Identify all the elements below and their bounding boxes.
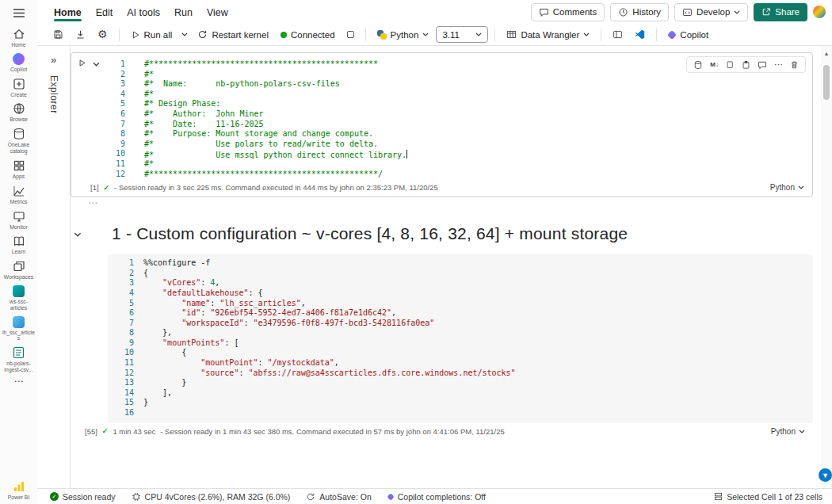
develop-button[interactable]: Develop (674, 3, 748, 21)
code-line[interactable]: 6#* Author: John Miner (71, 109, 812, 120)
code-text: "defaultLakehouse": { (143, 288, 813, 299)
sidebar-item-learn[interactable]: Learn (1, 235, 37, 255)
tab-view[interactable]: View (200, 2, 235, 22)
vertical-scrollbar[interactable]: ▲ ▼ (821, 46, 832, 488)
code-line[interactable]: 3 "vCores": 4, (108, 278, 813, 288)
sidebar-item-workspaces[interactable]: Workspaces (1, 260, 37, 281)
copilot-button[interactable]: Copilot (663, 26, 713, 44)
code-cell-2[interactable]: 1%%configure -f2{3 "vCores": 4,4 "defaul… (108, 254, 813, 423)
cell-2-editor[interactable]: 1%%configure -f2{3 "vCores": 4,4 "defaul… (108, 258, 813, 418)
convert-to-markdown-button[interactable]: M↓ (708, 60, 721, 69)
comments-button[interactable]: Comments (531, 3, 605, 21)
sidebar-item-metrics[interactable]: Metrics (1, 185, 37, 205)
code-line[interactable]: 3#* Name: nb-python-polars-csv-files (71, 79, 812, 90)
sidebar-item-ws-ssc-articles[interactable]: ws-ssc-articles (1, 285, 37, 311)
run-cell-button[interactable] (78, 59, 86, 69)
code-line[interactable]: 11 "mountPoint": "/mystockdata", (108, 358, 813, 368)
history-button[interactable]: History (610, 3, 669, 21)
collapse-cell-button[interactable] (93, 59, 100, 68)
restart-kernel-button[interactable]: Restart kernel (193, 26, 273, 44)
cell-language-picker[interactable]: Python (771, 427, 805, 436)
sidebar-item-create[interactable]: Create (1, 78, 37, 98)
between-cells-more-button[interactable]: ⋯ (71, 197, 813, 207)
connected-label: Connected (291, 30, 335, 40)
code-line[interactable]: 4#* (71, 90, 812, 100)
line-number: 14 (108, 388, 143, 399)
code-line[interactable]: 15} (108, 398, 813, 408)
code-line[interactable]: 9#* Use polars to read/write to delta. (71, 139, 812, 150)
collapse-section-button[interactable] (74, 229, 82, 239)
paste-cell-button[interactable] (739, 59, 753, 71)
code-text: #* Use mssql python direct connect libra… (144, 149, 812, 159)
run-all-dropdown[interactable] (179, 26, 190, 44)
cancel-all-button[interactable] (347, 31, 354, 38)
code-line[interactable]: 5#* Design Phase: (71, 99, 812, 109)
chevron-down-icon (583, 32, 590, 36)
code-line[interactable]: 12#*************************************… (71, 170, 812, 180)
autosave-status[interactable]: AutoSave: On (306, 492, 371, 502)
code-line[interactable]: 5 "name": "lh_ssc_articles", (108, 299, 813, 309)
more-cell-options-button[interactable]: ⋯ (772, 59, 785, 71)
line-number: 9 (71, 139, 144, 150)
code-line[interactable]: 9 "mountPoints": [ (108, 338, 813, 349)
layout-panel-button[interactable] (608, 26, 628, 44)
code-line[interactable]: 1%%configure -f (108, 258, 813, 269)
tab-run[interactable]: Run (167, 2, 200, 22)
code-line[interactable]: 8#* Purpose: Mount storage and change co… (71, 129, 812, 139)
hamburger-menu-button[interactable] (10, 5, 28, 23)
code-line[interactable]: 10#* Use mssql python direct connect lib… (71, 149, 812, 159)
code-line[interactable]: 11#* (71, 159, 812, 170)
copilot-completions-status[interactable]: Copilot completions: Off (387, 492, 486, 502)
python-version-select[interactable]: 3.11 (436, 26, 488, 43)
tab-ai-tools[interactable]: AI tools (120, 2, 167, 22)
code-line[interactable]: 6 "id": "926ebf54-5952-4ed7-a406-f81a7e1… (108, 308, 813, 319)
run-by-line-button[interactable] (691, 59, 705, 71)
markdown-cell-heading-row[interactable]: 1 - Custom configuration ~ v-cores [4, 8… (71, 224, 813, 243)
code-line[interactable]: 4 "defaultLakehouse": { (108, 288, 813, 299)
resource-usage[interactable]: CPU 4vCores (2.6%), RAM 32G (6.0%) (132, 492, 291, 502)
code-line[interactable]: 10 { (108, 348, 813, 358)
explorer-panel-collapsed: » Explorer (37, 46, 71, 488)
explorer-expand-button[interactable]: » (51, 54, 56, 66)
tab-edit[interactable]: Edit (89, 2, 120, 22)
tab-home[interactable]: Home (47, 2, 89, 22)
code-line[interactable]: 7#* Date: 11-16-2025 (71, 120, 812, 130)
code-line[interactable]: 2{ (108, 269, 813, 279)
cell-1-editor[interactable]: 1#**************************************… (71, 59, 812, 179)
code-line[interactable]: 16 (108, 408, 813, 418)
code-cell-1[interactable]: M↓ ⋯ (71, 52, 813, 197)
sidebar-item-browse[interactable]: Browse (1, 102, 37, 123)
sidebar-item-home[interactable]: Home (1, 28, 37, 48)
sidebar-item-monitor[interactable]: Monitor (1, 210, 37, 231)
scroll-to-bottom-button[interactable]: ▼ (819, 468, 832, 482)
account-avatar[interactable] (813, 6, 826, 18)
code-line[interactable]: 14 ], (108, 388, 813, 399)
scroll-up-arrow[interactable]: ▲ (821, 51, 832, 56)
sidebar-item-onelake-catalog[interactable]: OneLake catalog (1, 128, 37, 155)
code-line[interactable]: 12 "source": "abfss://raw@sa4sscarticles… (108, 368, 813, 379)
comment-cell-button[interactable] (755, 59, 769, 71)
scrollbar-thumb[interactable] (823, 65, 830, 100)
code-line[interactable]: 8 }, (108, 328, 813, 338)
sidebar-item-lh-ssc-articles[interactable]: lh_ssc_articles (1, 316, 37, 342)
sidebar-item-power-bi[interactable]: Power BI (1, 480, 37, 501)
sidebar-item-copilot[interactable]: Copilot (1, 53, 37, 73)
run-all-button[interactable]: Run all (126, 26, 177, 44)
export-button[interactable] (71, 26, 90, 44)
copy-cell-button[interactable] (723, 59, 737, 71)
sidebar-item-more[interactable]: ⋯ (1, 378, 37, 384)
language-picker[interactable]: Python (372, 26, 434, 44)
settings-button[interactable]: ⚙ (93, 26, 113, 44)
cell-language-picker[interactable]: Python (770, 183, 804, 192)
delete-cell-button[interactable] (788, 59, 801, 71)
code-token: #***************************************… (144, 59, 378, 68)
data-wrangler-button[interactable]: Data Wrangler (502, 26, 594, 44)
code-token: #* Use polars to read/write to delta. (144, 139, 378, 148)
save-button[interactable] (48, 26, 68, 44)
code-line[interactable]: 7 "workspaceId": "e3479596-f0f8-497f-bcd… (108, 319, 813, 329)
sidebar-item-nb-polars-ingest-csv[interactable]: nb-polars-ingest-csv... (1, 346, 37, 373)
code-line[interactable]: 13 } (108, 378, 813, 388)
sidebar-item-apps[interactable]: Apps (1, 159, 37, 180)
share-button[interactable]: Share (754, 3, 807, 21)
open-in-vscode-button[interactable] (630, 26, 650, 44)
